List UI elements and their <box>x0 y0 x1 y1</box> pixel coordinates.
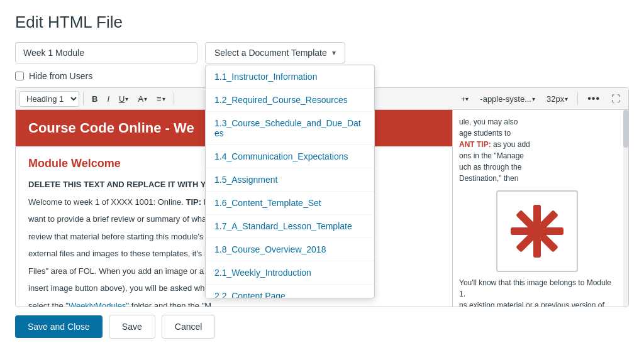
sidebar-scrollbar[interactable] <box>623 110 628 307</box>
page-title: Edit HTML File <box>15 13 629 32</box>
dropdown-item-7[interactable]: 1.7_A_Standard_Lesson_Template <box>206 215 374 238</box>
delete-notice: DELETE THIS TEXT AND REPLACE IT WITH YOU <box>28 180 218 189</box>
editor-sidebar: ule, you may also age students to ANT TI… <box>452 110 628 307</box>
logo-box <box>496 190 578 272</box>
hide-from-users-checkbox[interactable] <box>15 72 24 80</box>
dropdown-item-3[interactable]: 1.3_Course_Schedule_and_Due_Dates <box>206 112 374 145</box>
dropdown-scroll-area[interactable]: 1.1_Instructor_Information 1.2_Required_… <box>206 65 374 298</box>
strikethrough-label: A <box>138 94 143 104</box>
chevron-down-icon: ▾ <box>332 48 336 57</box>
align-button[interactable]: ≡▾ <box>152 92 170 106</box>
toolbar-right-group: +▾ -apple-syste...▾ 32px▾ ••• ⛶ <box>457 90 625 107</box>
template-btn-label: Select a Document Template <box>214 48 327 58</box>
toolbar-divider-3 <box>577 92 578 105</box>
font-family-button[interactable]: -apple-syste...▾ <box>475 92 540 106</box>
bottom-bar: Save and Close Save Cancel <box>15 307 629 339</box>
template-dropdown-menu: 1.1_Instructor_Information 1.2_Required_… <box>205 65 375 298</box>
dropdown-item-8[interactable]: 1.8_Course_Overview_2018 <box>206 238 374 261</box>
toolbar-divider-1 <box>83 92 84 105</box>
italic-button[interactable]: I <box>103 92 114 106</box>
toolbar-heading-group: Heading 1 Heading 2 Paragraph <box>19 91 79 107</box>
dropdown-item-5[interactable]: 1.5_Assignment <box>206 168 374 192</box>
weekly-modules-link[interactable]: WeeklyModules <box>69 301 126 308</box>
dropdown-item-6[interactable]: 1.6_Content_Template_Set <box>206 192 374 215</box>
module-name-input[interactable] <box>15 42 197 63</box>
font-size-button[interactable]: 32px▾ <box>542 92 572 106</box>
sidebar-scrollbar-thumb <box>623 110 628 148</box>
expand-button[interactable]: ⛶ <box>607 91 625 106</box>
toolbar-divider-2 <box>174 92 174 105</box>
chevron-down-icon-underline: ▾ <box>125 95 128 102</box>
plus-button[interactable]: +▾ <box>457 92 474 106</box>
cancel-button[interactable]: Cancel <box>162 315 216 339</box>
chevron-down-icon-size: ▾ <box>565 95 568 102</box>
dropdown-item-9[interactable]: 2.1_Weekly_Introduction <box>206 261 374 285</box>
more-button[interactable]: ••• <box>583 90 604 107</box>
sidebar-logo-area <box>459 190 614 272</box>
dropdown-item-4[interactable]: 1.4_Communication_Expectations <box>206 145 374 168</box>
chevron-down-icon-font: ▾ <box>532 95 535 102</box>
save-and-close-button[interactable]: Save and Close <box>15 315 103 338</box>
chevron-down-icon-plus: ▾ <box>465 95 469 102</box>
chevron-down-icon-strike: ▾ <box>144 95 147 102</box>
save-button[interactable]: Save <box>109 315 155 339</box>
dropdown-item-2[interactable]: 1.2_Required_Course_Resources <box>206 89 374 112</box>
bold-button[interactable]: B <box>87 92 102 106</box>
heading-select[interactable]: Heading 1 Heading 2 Paragraph <box>19 91 79 107</box>
dropdown-item-10[interactable]: 2.2_Content Page <box>206 285 374 298</box>
top-controls: Select a Document Template ▾ 1.1_Instruc… <box>15 42 629 63</box>
strikethrough-button[interactable]: A▾ <box>133 92 152 106</box>
toolbar-format-group: B I U▾ A▾ ≡▾ <box>87 92 170 106</box>
dropdown-item-1[interactable]: 1.1_Instructor_Information <box>206 65 374 89</box>
logo-svg <box>506 200 569 263</box>
chevron-down-icon-align: ▾ <box>162 95 165 102</box>
template-dropdown-button[interactable]: Select a Document Template ▾ <box>205 42 345 63</box>
sidebar-text: ule, you may also age students to ANT TI… <box>459 116 622 307</box>
underline-button[interactable]: U▾ <box>114 92 133 106</box>
hide-from-users-label: Hide from Users <box>29 71 92 81</box>
body-paragraph-7: select the "WeeklyModules" folder and th… <box>28 300 440 308</box>
